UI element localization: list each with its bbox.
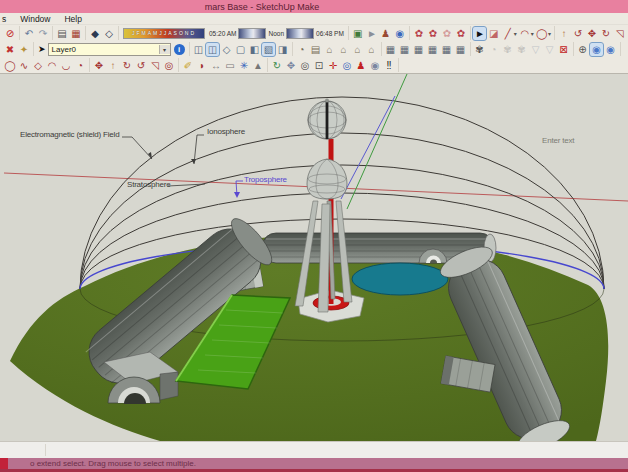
back-view-icon[interactable]: ⌂ — [351, 43, 364, 56]
print-icon[interactable]: ▤ — [56, 27, 69, 40]
right-view-icon[interactable]: ⌂ — [337, 43, 350, 56]
toggle-shadows-icon[interactable]: ◇ — [103, 27, 116, 40]
toolbox-icon[interactable]: ▦ — [70, 27, 83, 40]
export-arrow-icon[interactable]: ► — [365, 27, 378, 40]
time-strip-pm[interactable] — [286, 28, 314, 39]
sandbox-icon-1[interactable]: ◉ — [590, 43, 603, 56]
rotate-tool-icon[interactable]: ↻ — [599, 27, 612, 40]
shaded-style-icon[interactable]: ◧ — [248, 43, 261, 56]
arc-3pt-tool-icon[interactable]: ◡ — [60, 59, 73, 72]
monochrome-style-icon[interactable]: ◨ — [276, 43, 289, 56]
threed-text-icon[interactable]: ▲ — [252, 59, 265, 72]
label-enter-text[interactable]: Enter text — [542, 136, 574, 145]
plugin-rose-icon-3[interactable]: ✿ — [440, 27, 453, 40]
top-view-icon[interactable]: ▤ — [309, 43, 322, 56]
text-tool-icon[interactable]: ▭ — [224, 59, 237, 72]
component-icon-4[interactable]: ▦ — [426, 43, 439, 56]
shapes-tool-icon[interactable]: ◯ — [535, 27, 548, 40]
protractor-icon[interactable]: ◗ — [196, 59, 209, 72]
cut-fragment-icon[interactable]: ✖ — [4, 43, 17, 56]
axes-tool-icon[interactable]: ✳ — [238, 59, 251, 72]
arc-2pt-tool-icon[interactable]: ◠ — [46, 59, 59, 72]
zoom-window-icon[interactable]: ⊡ — [313, 59, 326, 72]
arc-tool-icon[interactable]: ◠ — [518, 27, 531, 40]
wireframe-style-icon[interactable]: ◇ — [220, 43, 233, 56]
left-view-icon[interactable]: ⌂ — [365, 43, 378, 56]
label-electromagnetic-field[interactable]: Electromagnetic (shield) Field — [20, 130, 119, 139]
globe-icon[interactable]: ◉ — [393, 27, 406, 40]
shadow-settings-icon[interactable]: ◆ — [89, 27, 102, 40]
zoom-extents-icon[interactable]: ✛ — [327, 59, 340, 72]
tape-measure-icon[interactable]: ✐ — [182, 59, 195, 72]
zoom-icon[interactable]: ◎ — [299, 59, 312, 72]
menu-window[interactable]: Window — [20, 14, 50, 24]
followme-tool-icon[interactable]: ↺ — [571, 27, 584, 40]
line-tool-icon[interactable]: ╱ — [501, 27, 514, 40]
walk-icon[interactable]: ‼ — [383, 59, 396, 72]
offset-tool-icon[interactable]: ◎ — [163, 59, 176, 72]
axes-reset-icon[interactable]: ⊕ — [576, 43, 589, 56]
fog-icon-1[interactable]: ▽ — [529, 43, 542, 56]
circle-tool-icon[interactable]: ◯ — [4, 59, 17, 72]
plugin-rose-icon-1[interactable]: ✿ — [412, 27, 425, 40]
component-icon-6[interactable]: ▦ — [454, 43, 467, 56]
rotate-tool-icon-2[interactable]: ↻ — [121, 59, 134, 72]
shadow-date-slider[interactable]: JFMAMJJASOND — [123, 28, 205, 39]
title-bar[interactable]: mars Base - SketchUp Make — [0, 0, 628, 13]
texture-tweak-icon[interactable]: ✾ — [473, 43, 486, 56]
zoom-previous-icon[interactable]: ◎ — [341, 59, 354, 72]
label-stratosphere[interactable]: Stratosphere — [127, 180, 170, 189]
layer-info-icon[interactable]: i — [174, 44, 185, 55]
pan-icon[interactable]: ✥ — [285, 59, 298, 72]
pushpull-tool-icon[interactable]: ↑ — [557, 27, 570, 40]
textured-style-icon[interactable]: ▧ — [262, 43, 275, 56]
gear-icon[interactable]: ◔ — [487, 43, 500, 56]
back-edges-style-icon[interactable]: ◫ — [206, 43, 219, 56]
texture-tweak-icon-2[interactable]: ✾ — [501, 43, 514, 56]
arc-tool-icon-dropdown[interactable]: ▾ — [531, 30, 534, 37]
move-tool-icon-2[interactable]: ✥ — [93, 59, 106, 72]
eraser-tool-icon[interactable]: ◪ — [487, 27, 500, 40]
menu-help[interactable]: Help — [64, 14, 81, 24]
plugin-rose-icon-4[interactable]: ✿ — [454, 27, 467, 40]
look-around-icon[interactable]: ◉ — [369, 59, 382, 72]
layers-combo[interactable]: ➤Layer0▾i — [38, 43, 185, 56]
move-tool-icon[interactable]: ✥ — [585, 27, 598, 40]
iso-view-icon[interactable]: ◔ — [295, 43, 308, 56]
styles-icon[interactable]: ✦ — [18, 43, 31, 56]
xray-style-icon[interactable]: ◫ — [192, 43, 205, 56]
plugin-rose-icon-2[interactable]: ✿ — [426, 27, 439, 40]
label-troposphere[interactable]: Troposphere — [244, 175, 287, 184]
hidden-line-style-icon[interactable]: ▢ — [234, 43, 247, 56]
component-window-icon[interactable]: ▣ — [351, 27, 364, 40]
pushpull-tool-icon-2[interactable]: ↑ — [107, 59, 120, 72]
sandbox-icon-2[interactable]: ◉ — [604, 43, 617, 56]
chevron-down-icon[interactable]: ▾ — [159, 45, 170, 54]
select-tool-icon[interactable]: ► — [473, 27, 486, 40]
shapes-tool-icon-dropdown[interactable]: ▾ — [548, 30, 551, 37]
followme-tool-icon-2[interactable]: ↺ — [135, 59, 148, 72]
orbit-icon[interactable]: ↻ — [271, 59, 284, 72]
person-icon[interactable]: ♟ — [379, 27, 392, 40]
pond[interactable] — [352, 263, 448, 295]
component-icon-3[interactable]: ▦ — [412, 43, 425, 56]
polygon-tool-icon[interactable]: ◇ — [32, 59, 45, 72]
dimension-icon[interactable]: ↔ — [210, 59, 223, 72]
freehand-tool-icon[interactable]: ∿ — [18, 59, 31, 72]
fog-icon-2[interactable]: ▽ — [543, 43, 556, 56]
cancel-icon[interactable]: ⊘ — [4, 27, 17, 40]
label-ionosphere[interactable]: Ionosphere — [207, 127, 245, 136]
layers-dropdown[interactable]: Layer0▾ — [48, 43, 171, 56]
model-viewport[interactable]: Electromagnetic (shield) Field Ionospher… — [0, 73, 628, 441]
component-icon-5[interactable]: ▦ — [440, 43, 453, 56]
redo-icon[interactable]: ↷ — [37, 27, 50, 40]
texture-tweak-icon-3[interactable]: ✾ — [515, 43, 528, 56]
delete-texture-icon[interactable]: ⊠ — [557, 43, 570, 56]
scale-tool-icon-2[interactable]: ◹ — [149, 59, 162, 72]
component-icon-1[interactable]: ▦ — [384, 43, 397, 56]
undo-icon[interactable]: ↶ — [23, 27, 36, 40]
shadow-time-slider[interactable]: 05:20 AMNoon06:48 PM — [209, 28, 344, 39]
time-strip-am[interactable] — [238, 28, 266, 39]
scale-tool-icon[interactable]: ◹ — [613, 27, 626, 40]
component-icon-2[interactable]: ▦ — [398, 43, 411, 56]
